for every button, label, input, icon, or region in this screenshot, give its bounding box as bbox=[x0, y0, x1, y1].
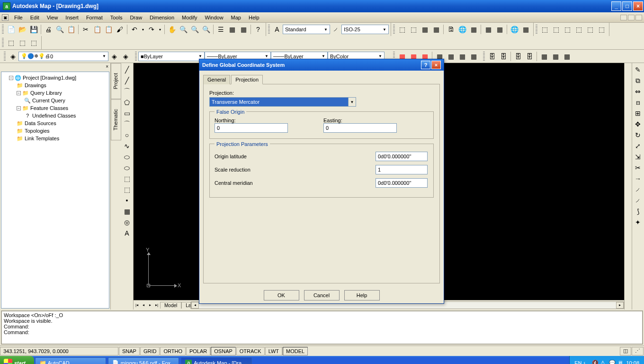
tab-projection[interactable]: Projection bbox=[231, 75, 263, 84]
tab-model[interactable]: Model bbox=[160, 302, 181, 309]
hatch-icon[interactable]: ▦ bbox=[122, 206, 132, 217]
toolbar-grip[interactable] bbox=[2, 38, 4, 47]
offset-icon[interactable]: ⧈ bbox=[633, 97, 643, 108]
menu-tools[interactable]: Tools bbox=[107, 14, 126, 21]
map-extra-4-icon[interactable]: ⬚ bbox=[573, 24, 584, 35]
coords-display[interactable]: 343.1251, 943.7029, 0.0000 bbox=[0, 347, 118, 355]
tree-topologies[interactable]: 📁Topologies bbox=[3, 127, 107, 135]
dialog-titlebar[interactable]: Define Global Coordinate System ? × bbox=[199, 59, 444, 71]
start-button[interactable]: start bbox=[0, 356, 34, 364]
open-icon[interactable]: 📂 bbox=[17, 24, 27, 35]
tray-icon[interactable]: 💬 bbox=[609, 360, 616, 364]
toolpalette-icon[interactable]: ▦ bbox=[238, 24, 249, 35]
db-6-icon[interactable]: ▦ bbox=[550, 51, 561, 62]
redo-dropdown-icon[interactable]: ▼ bbox=[158, 24, 162, 35]
xline-icon[interactable]: ╱ bbox=[122, 75, 132, 86]
map-extra-3-icon[interactable]: ⬚ bbox=[562, 24, 572, 35]
tree-drawings[interactable]: 📁Drawings bbox=[3, 82, 107, 89]
copy-obj-icon[interactable]: ⧉ bbox=[633, 75, 643, 86]
toolbar-grip[interactable] bbox=[135, 52, 137, 61]
vscrollbar[interactable] bbox=[624, 63, 632, 309]
new-icon[interactable]: 📄 bbox=[6, 24, 16, 35]
mdi-close-icon[interactable] bbox=[635, 15, 642, 20]
fillet-icon[interactable]: ⟆ bbox=[633, 206, 643, 217]
status-tray-icon[interactable]: ◫ bbox=[620, 347, 631, 355]
publish-icon[interactable]: 📋 bbox=[66, 24, 76, 35]
tree-undefined-classes[interactable]: ?Undefined Classes bbox=[3, 112, 107, 119]
db-1-icon[interactable]: 🗄 bbox=[487, 51, 497, 62]
panel-close-icon[interactable]: × bbox=[0, 63, 110, 71]
ortho-toggle[interactable]: ORTHO bbox=[160, 347, 186, 355]
map-tool-4-icon[interactable]: ▦ bbox=[431, 24, 441, 35]
dimstyle-select[interactable]: ISO-25▼ bbox=[341, 25, 389, 34]
map-extra-1-icon[interactable]: ⬚ bbox=[539, 24, 550, 35]
line-icon[interactable]: ╱ bbox=[122, 64, 132, 75]
copy-icon[interactable]: 📋 bbox=[92, 24, 102, 35]
map-extra-5-icon[interactable]: ⬚ bbox=[585, 24, 595, 35]
globe-icon[interactable]: 🌐 bbox=[509, 24, 519, 35]
map-tool-7-icon[interactable]: ▦ bbox=[468, 24, 479, 35]
otrack-toggle[interactable]: OTRACK bbox=[236, 347, 265, 355]
dim-2-icon[interactable]: ⬚ bbox=[17, 37, 27, 48]
task-autocad[interactable]: 📁AutoCAD bbox=[35, 357, 106, 364]
menu-window[interactable]: Window bbox=[201, 14, 227, 21]
array-icon[interactable]: ⊞ bbox=[633, 108, 643, 118]
dim-1-icon[interactable]: ⬚ bbox=[6, 37, 16, 48]
tree-data-sources[interactable]: 📁Data Sources bbox=[3, 119, 107, 127]
undo-dropdown-icon[interactable]: ▼ bbox=[141, 24, 145, 35]
ok-button[interactable]: OK bbox=[264, 290, 299, 300]
tab-prev-icon[interactable]: ◂ bbox=[140, 301, 147, 309]
tab-project[interactable]: Project bbox=[111, 63, 121, 99]
layer-states-icon[interactable]: ◈ bbox=[120, 51, 131, 62]
explode-icon[interactable]: ✦ bbox=[633, 217, 643, 228]
map-tool-8-icon[interactable]: ▦ bbox=[483, 24, 493, 35]
paste-icon[interactable]: 📋 bbox=[103, 24, 114, 35]
db-5-icon[interactable]: ▦ bbox=[539, 51, 549, 62]
menu-view[interactable]: View bbox=[43, 14, 62, 21]
dropdown-arrow-icon[interactable]: ▼ bbox=[348, 98, 356, 106]
menu-insert[interactable]: Insert bbox=[62, 14, 82, 21]
project-tree[interactable]: −🌐Project [Drawing1.dwg] 📁Drawings −📁Que… bbox=[1, 72, 109, 309]
menu-file[interactable]: File bbox=[10, 14, 27, 21]
break-icon[interactable]: ⟋ bbox=[633, 184, 643, 195]
move-icon[interactable]: ✥ bbox=[633, 119, 643, 129]
tab-thematic[interactable]: Thematic bbox=[111, 99, 121, 140]
rectangle-icon[interactable]: ▭ bbox=[122, 108, 132, 118]
task-foxit[interactable]: 📄minggu 5&6.pdf - Fox... bbox=[108, 357, 179, 364]
properties-icon[interactable]: ☰ bbox=[215, 24, 226, 35]
task-autodesk-map[interactable]: aAutodesk Map - [Dra... bbox=[181, 357, 252, 364]
ellipse-icon[interactable]: ⬭ bbox=[122, 152, 132, 162]
redo-icon[interactable]: ↷ bbox=[146, 24, 157, 35]
status-grip-icon[interactable]: ⋰ bbox=[632, 347, 644, 355]
text-icon[interactable]: A bbox=[122, 228, 132, 238]
map-tool-10-icon[interactable]: ▦ bbox=[520, 24, 531, 35]
clock[interactable]: 10:08 bbox=[626, 360, 639, 364]
tree-feature-classes[interactable]: −📁Feature Classes bbox=[3, 104, 107, 112]
map-tool-6-icon[interactable]: 🌐 bbox=[457, 24, 467, 35]
mdi-restore-icon[interactable] bbox=[628, 15, 635, 20]
cancel-button[interactable]: Cancel bbox=[304, 290, 340, 300]
circle-icon[interactable]: ○ bbox=[122, 130, 132, 140]
dim-3-icon[interactable]: ⬚ bbox=[28, 37, 39, 48]
help-button[interactable]: Help bbox=[344, 290, 380, 300]
textstyle-icon[interactable]: A bbox=[272, 24, 282, 35]
map-extra-6-icon[interactable]: ⬚ bbox=[596, 24, 607, 35]
db-3-icon[interactable]: 🗄 bbox=[513, 51, 523, 62]
map-extra-2-icon[interactable]: ⬚ bbox=[551, 24, 561, 35]
map-tool-9-icon[interactable]: ▦ bbox=[494, 24, 505, 35]
lang-indicator[interactable]: EN bbox=[574, 360, 581, 364]
snap-toggle[interactable]: SNAP bbox=[119, 347, 140, 355]
menu-draw[interactable]: Draw bbox=[126, 14, 146, 21]
insert-icon[interactable]: ⬚ bbox=[122, 173, 132, 184]
mdi-min-icon[interactable] bbox=[620, 15, 627, 20]
tree-link-templates[interactable]: 📁Link Templates bbox=[3, 135, 107, 142]
zoom-prev-icon[interactable]: 🔍 bbox=[201, 24, 211, 35]
tray-icon[interactable]: ‹ bbox=[583, 360, 590, 364]
layer-manager-icon[interactable]: ◈ bbox=[8, 51, 18, 62]
undo-icon[interactable]: ↶ bbox=[129, 24, 140, 35]
scroll-left-icon[interactable]: ◂ bbox=[191, 302, 199, 309]
dialog-close-icon[interactable]: × bbox=[431, 61, 441, 69]
minimize-button[interactable]: _ bbox=[611, 1, 621, 11]
match-icon[interactable]: 🖌 bbox=[115, 24, 125, 35]
easting-input[interactable] bbox=[323, 123, 397, 133]
